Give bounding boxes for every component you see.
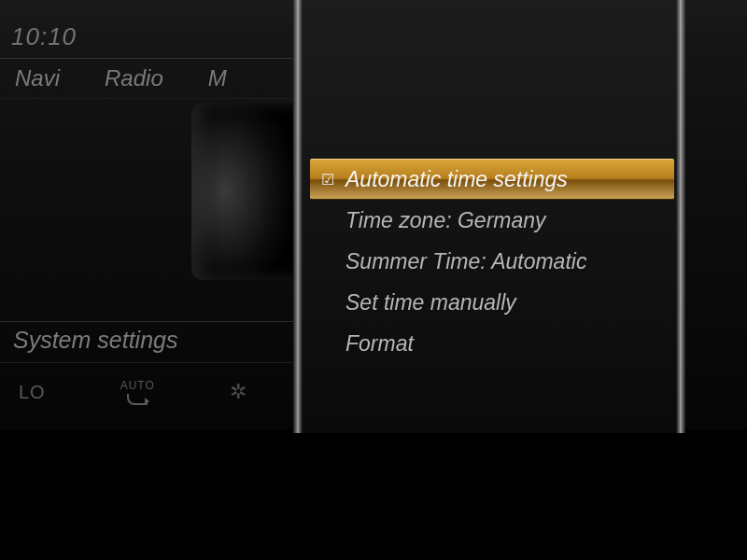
divider [0,321,299,322]
menu-item-automatic-time[interactable]: ☑ Automatic time settings [310,159,674,200]
menu-item-label: Format [345,331,414,357]
time-settings-menu: ☑ Automatic time settings ☑ Time zone: G… [310,159,674,364]
clock-time: 10:10 [11,22,77,51]
popup-right-rail [676,0,685,433]
rotary-dial[interactable] [191,103,303,280]
menu-item-label: Automatic time settings [345,167,568,192]
infotainment-screen: 10:10 Navi Radio M System settings LO AU… [0,0,747,560]
menu-item-label: Set time manually [345,290,516,315]
menu-item-label: Time zone: Germany [345,208,546,233]
fan-icon[interactable]: ✲ [230,380,247,404]
nav-tab-media[interactable]: M [208,65,227,91]
menu-item-set-manually[interactable]: ☑ Set time manually [310,282,674,323]
nav-tab-navi[interactable]: Navi [15,65,60,91]
checkmark-icon: ☑ [319,171,336,188]
nav-tab-radio[interactable]: Radio [105,65,163,91]
climate-auto-button[interactable]: AUTO [120,379,155,405]
menu-item-label: Summer Time: Automatic [345,249,586,274]
menu-item-format[interactable]: ☑ Format [310,323,674,364]
climate-auto-label: AUTO [120,379,155,392]
menu-item-summer-time[interactable]: ☑ Summer Time: Automatic [310,241,674,282]
section-title: System settings [13,327,177,354]
climate-lo-label[interactable]: LO [19,382,46,403]
popup-left-rail [293,0,303,433]
climate-bar: LO AUTO ✲ [0,366,299,418]
top-nav-bar: Navi Radio M [0,58,299,99]
airflow-icon [127,394,148,405]
divider [0,362,299,363]
menu-item-time-zone[interactable]: ☑ Time zone: Germany [310,200,674,241]
